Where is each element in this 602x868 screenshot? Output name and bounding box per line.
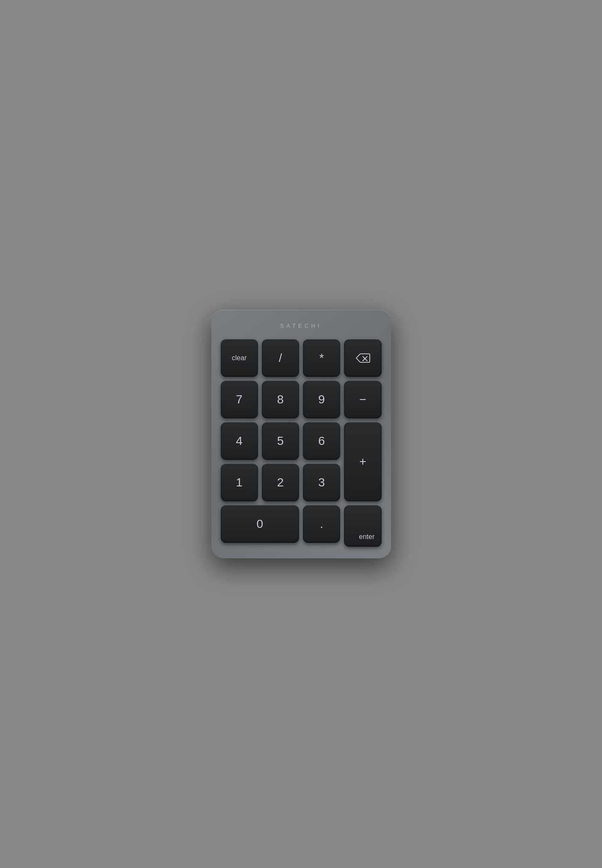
key-4[interactable]: 4 <box>221 422 258 460</box>
brand-label: SATECHI <box>221 323 382 329</box>
key-0[interactable]: 0 <box>221 505 300 543</box>
key-multiply[interactable]: * <box>303 339 340 377</box>
key-9[interactable]: 9 <box>303 381 340 418</box>
key-3[interactable]: 3 <box>303 464 340 501</box>
numpad-device: SATECHI clear / * 7 8 <box>211 310 391 559</box>
key-backspace[interactable] <box>344 339 381 377</box>
key-clear[interactable]: clear <box>221 339 258 377</box>
key-6[interactable]: 6 <box>303 422 340 460</box>
backspace-icon <box>355 352 371 364</box>
key-enter[interactable]: enter <box>344 505 381 547</box>
key-minus[interactable]: − <box>344 381 381 418</box>
key-dot[interactable]: . <box>303 505 340 543</box>
key-5[interactable]: 5 <box>262 422 299 460</box>
keys-grid: clear / * 7 8 9 − <box>221 339 382 547</box>
key-2[interactable]: 2 <box>262 464 299 501</box>
key-divide[interactable]: / <box>262 339 299 377</box>
key-plus[interactable]: + <box>344 422 381 501</box>
key-1[interactable]: 1 <box>221 464 258 501</box>
key-8[interactable]: 8 <box>262 381 299 418</box>
key-7[interactable]: 7 <box>221 381 258 418</box>
